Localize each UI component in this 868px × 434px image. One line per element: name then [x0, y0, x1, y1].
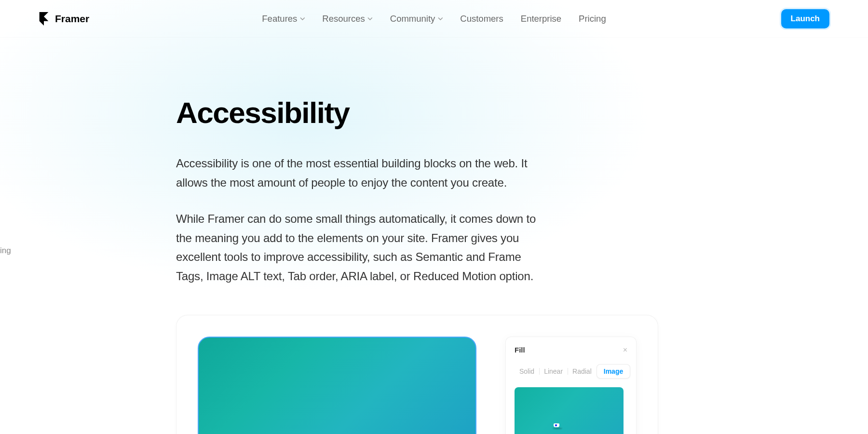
- close-icon[interactable]: ×: [623, 346, 627, 354]
- nav-label: Customers: [460, 14, 503, 24]
- fill-tab-solid[interactable]: Solid: [515, 365, 539, 378]
- nav-label: Features: [262, 14, 297, 24]
- chevron-down-icon: [300, 16, 305, 21]
- fill-inspector-panel: Fill × Solid Linear Radial Image: [505, 337, 637, 434]
- main-content: Accessibility Accessibility is one of th…: [0, 38, 569, 434]
- fill-panel-title: Fill: [515, 346, 525, 354]
- fill-panel-header: Fill ×: [515, 346, 627, 354]
- framer-logo-icon: [39, 12, 49, 26]
- main-nav: Features Resources Community Customers E…: [262, 14, 606, 24]
- brand-logo[interactable]: Framer: [39, 12, 89, 26]
- canvas-selected-image[interactable]: [198, 337, 476, 434]
- nav-community[interactable]: Community: [390, 14, 443, 24]
- nav-resources[interactable]: Resources: [322, 14, 372, 24]
- nav-label: Community: [390, 14, 435, 24]
- fill-tab-radial[interactable]: Radial: [568, 365, 597, 378]
- nav-label: Pricing: [579, 14, 606, 24]
- nav-enterprise[interactable]: Enterprise: [521, 14, 561, 24]
- boat-graphic: [554, 423, 561, 428]
- chevron-down-icon: [368, 16, 373, 21]
- nav-label: Enterprise: [521, 14, 561, 24]
- intro-paragraph-2: While Framer can do some small things au…: [176, 209, 547, 285]
- nav-features[interactable]: Features: [262, 14, 305, 24]
- nav-label: Resources: [322, 14, 365, 24]
- launch-button[interactable]: Launch: [781, 9, 829, 28]
- fill-tab-linear[interactable]: Linear: [539, 365, 568, 378]
- site-header: Framer Features Resources Community Cust…: [0, 0, 868, 38]
- nav-pricing[interactable]: Pricing: [579, 14, 606, 24]
- brand-name: Framer: [55, 13, 89, 25]
- intro-paragraph-1: Accessibility is one of the most essenti…: [176, 154, 547, 192]
- fill-type-tabs: Solid Linear Radial Image: [515, 364, 627, 379]
- demo-card: Fill × Solid Linear Radial Image: [176, 315, 658, 434]
- fill-tab-image[interactable]: Image: [597, 364, 630, 379]
- nav-customers[interactable]: Customers: [460, 14, 503, 24]
- chevron-down-icon: [438, 16, 443, 21]
- fill-image-thumbnail[interactable]: [515, 387, 624, 434]
- page-title: Accessibility: [176, 95, 569, 130]
